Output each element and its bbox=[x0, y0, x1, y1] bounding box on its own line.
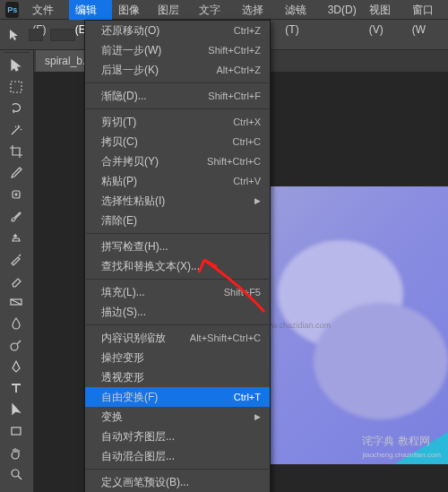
menu-item-label: 透视变形 bbox=[101, 370, 144, 385]
menu-item-label: 自动混合图层... bbox=[101, 449, 175, 464]
menu-file[interactable]: 文件(F) bbox=[26, 0, 68, 20]
edit-menu-dropdown: 还原移动(O)Ctrl+Z前进一步(W)Shift+Ctrl+Z后退一步(K)A… bbox=[84, 20, 271, 492]
menu-item-shortcut: Shift+Ctrl+C bbox=[207, 156, 261, 167]
svg-point-3 bbox=[11, 343, 18, 350]
brush-tool[interactable] bbox=[0, 205, 32, 227]
lasso-tool[interactable] bbox=[0, 98, 32, 119]
menu-item[interactable]: 合并拷贝(Y)Shift+Ctrl+C bbox=[85, 151, 270, 171]
menu-item-shortcut: Ctrl+Z bbox=[234, 25, 261, 36]
menu-item-label: 自动对齐图层... bbox=[101, 429, 175, 445]
menu-item[interactable]: 剪切(T)Ctrl+X bbox=[85, 112, 270, 132]
marquee-tool[interactable] bbox=[0, 76, 32, 98]
swatch-icon[interactable] bbox=[50, 29, 75, 41]
gradient-tool[interactable] bbox=[0, 291, 32, 313]
menu-layer[interactable]: 图层(L) bbox=[151, 0, 194, 20]
eyedropper-tool[interactable] bbox=[0, 162, 32, 184]
svg-point-5 bbox=[12, 470, 19, 477]
svg-rect-0 bbox=[11, 82, 22, 92]
dodge-tool[interactable] bbox=[0, 334, 32, 356]
menu-item[interactable]: 定义画笔预设(B)... bbox=[85, 472, 270, 492]
menu-item[interactable]: 内容识别缩放Alt+Shift+Ctrl+C bbox=[85, 328, 270, 348]
pen-tool[interactable] bbox=[0, 356, 32, 377]
menu-item-shortcut: Shift+Ctrl+F bbox=[208, 91, 261, 101]
rectangle-tool[interactable] bbox=[0, 420, 32, 442]
menu-item-label: 自由变换(F) bbox=[101, 390, 158, 405]
menu-image[interactable]: 图像(I) bbox=[112, 0, 151, 20]
tool-panel bbox=[0, 50, 34, 492]
hand-tool[interactable] bbox=[0, 442, 32, 463]
menu-item[interactable]: 前进一步(W)Shift+Ctrl+Z bbox=[85, 40, 270, 60]
history-brush-tool[interactable] bbox=[0, 248, 32, 270]
menu-item-label: 粘贴(P) bbox=[101, 174, 137, 189]
menu-item[interactable]: 透视变形 bbox=[85, 367, 270, 387]
zoom-tool[interactable] bbox=[0, 463, 32, 485]
menu-item: 清除(E) bbox=[85, 211, 270, 230]
menu-item-shortcut: Ctrl+T bbox=[234, 392, 261, 402]
menu-item-label: 合并拷贝(Y) bbox=[101, 154, 159, 169]
menu-item-shortcut: Ctrl+C bbox=[233, 136, 261, 147]
menu-item-label: 剪切(T) bbox=[101, 115, 136, 130]
menu-item[interactable]: 填充(L)...Shift+F5 bbox=[85, 282, 270, 302]
submenu-arrow-icon: ▶ bbox=[254, 412, 261, 421]
menu-bar: Ps 文件(F) 编辑(E) 图像(I) 图层(L) 文字(Y) 选择(S) 滤… bbox=[0, 0, 448, 20]
menu-item[interactable]: 选择性粘贴(I)▶ bbox=[85, 191, 270, 211]
menu-item-label: 拷贝(C) bbox=[101, 134, 138, 150]
menu-item[interactable]: 自由变换(F)Ctrl+T bbox=[85, 387, 270, 407]
menu-item-shortcut: Shift+F5 bbox=[224, 287, 261, 298]
menu-type[interactable]: 文字(Y) bbox=[193, 0, 236, 20]
magic-wand-tool[interactable] bbox=[0, 119, 32, 141]
submenu-arrow-icon: ▶ bbox=[254, 196, 261, 205]
menu-item-label: 内容识别缩放 bbox=[101, 331, 166, 346]
svg-rect-4 bbox=[12, 427, 21, 435]
eraser-tool[interactable] bbox=[0, 270, 32, 291]
menu-item-label: 选择性粘贴(I) bbox=[101, 194, 165, 209]
menu-item-label: 定义画笔预设(B)... bbox=[101, 475, 189, 490]
healing-brush-tool[interactable] bbox=[0, 184, 32, 205]
type-tool[interactable] bbox=[0, 377, 32, 399]
menu-view[interactable]: 视图(V) bbox=[363, 0, 406, 20]
menu-item-label: 填充(L)... bbox=[101, 285, 145, 300]
menu-item[interactable]: 描边(S)... bbox=[85, 302, 270, 322]
menu-item-label: 描边(S)... bbox=[101, 305, 146, 320]
menu-item[interactable]: 操控变形 bbox=[85, 348, 270, 367]
image-content bbox=[314, 303, 448, 419]
menu-item: 自动对齐图层... bbox=[85, 427, 270, 446]
menu-3d[interactable]: 3D(D) bbox=[322, 0, 363, 20]
menu-item[interactable]: 后退一步(K)Alt+Ctrl+Z bbox=[85, 60, 270, 80]
menu-item-shortcut: Ctrl+V bbox=[233, 176, 261, 186]
swatch-icon[interactable] bbox=[29, 29, 43, 41]
menu-edit[interactable]: 编辑(E) bbox=[69, 0, 112, 20]
menu-item-label: 查找和替换文本(X)... bbox=[101, 259, 200, 274]
menu-item-label: 操控变形 bbox=[101, 350, 144, 366]
menu-item-shortcut: Alt+Ctrl+Z bbox=[216, 65, 261, 75]
move-tool-icon bbox=[7, 28, 22, 42]
menu-item-label: 还原移动(O) bbox=[101, 23, 159, 39]
menu-item: 自动混合图层... bbox=[85, 446, 270, 466]
menu-item[interactable]: 变换▶ bbox=[85, 407, 270, 427]
move-tool[interactable] bbox=[0, 55, 32, 76]
menu-item-shortcut: Ctrl+X bbox=[233, 117, 261, 127]
menu-item-label: 前进一步(W) bbox=[101, 43, 161, 58]
menu-item: 查找和替换文本(X)... bbox=[85, 256, 270, 276]
menu-item-label: 拼写检查(H)... bbox=[101, 239, 168, 255]
menu-item[interactable]: 粘贴(P)Ctrl+V bbox=[85, 171, 270, 191]
app-logo: Ps bbox=[5, 2, 19, 18]
menu-item-label: 变换 bbox=[101, 410, 123, 425]
clone-stamp-tool[interactable] bbox=[0, 227, 32, 248]
menu-item[interactable]: 还原移动(O)Ctrl+Z bbox=[85, 21, 270, 40]
watermark-brand: 诧字典 教程网 jiaocheng.chazidian.com bbox=[362, 434, 441, 459]
menu-window[interactable]: 窗口(W bbox=[406, 0, 448, 20]
menu-item-shortcut: Shift+Ctrl+Z bbox=[208, 45, 261, 56]
menu-item-label: 渐隐(D)... bbox=[101, 89, 147, 104]
crop-tool[interactable] bbox=[0, 141, 32, 162]
menu-item-shortcut: Alt+Shift+Ctrl+C bbox=[190, 332, 261, 343]
menu-select[interactable]: 选择(S) bbox=[236, 0, 279, 20]
menu-item: 渐隐(D)...Shift+Ctrl+F bbox=[85, 86, 270, 106]
menu-item: 拼写检查(H)... bbox=[85, 237, 270, 256]
canvas[interactable]: www.chazidian.com 诧字典 教程网 jiaocheng.chaz… bbox=[251, 186, 448, 464]
path-selection-tool[interactable] bbox=[0, 399, 32, 420]
menu-item-label: 清除(E) bbox=[101, 213, 137, 229]
blur-tool[interactable] bbox=[0, 313, 32, 334]
menu-item[interactable]: 拷贝(C)Ctrl+C bbox=[85, 132, 270, 151]
menu-filter[interactable]: 滤镜(T) bbox=[279, 0, 321, 20]
